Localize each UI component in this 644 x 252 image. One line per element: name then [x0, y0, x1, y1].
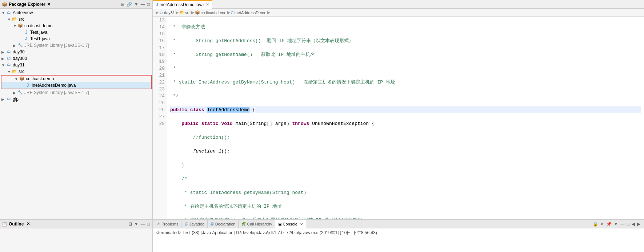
- arrow-ainterview: ▼: [1, 11, 6, 15]
- console-btn2[interactable]: ▶: [636, 221, 641, 227]
- tree-item-cn-itcast-demo2[interactable]: ▼ 📦 cn.itcast.demo: [1, 76, 151, 82]
- code-content[interactable]: * 非静态方法 * String getHostAddress() 返回 IP …: [167, 17, 644, 219]
- ln-27: 27: [153, 113, 167, 120]
- editor-tab-inetaddressdemo[interactable]: J InetAddressDemo.java ✕: [153, 0, 212, 9]
- tree-item-cn-itcast-demo1[interactable]: ▼ 📦 cn.itcast.demo: [0, 23, 152, 29]
- link-editor-btn[interactable]: 🔗: [126, 1, 133, 7]
- sidebar-close-icon[interactable]: ✕: [47, 2, 51, 7]
- label-day31: day31: [13, 62, 25, 68]
- tree-item-ainterview[interactable]: ▼ 🗂 Ainterview: [0, 9, 152, 16]
- icon-cn1: 📦: [17, 23, 23, 28]
- console-clear[interactable]: ✕: [600, 221, 605, 227]
- label-cn1: cn.itcast.demo: [24, 23, 52, 28]
- console-pin[interactable]: 📌: [605, 221, 612, 227]
- breadcrumb-icon-day31: 🗂: [159, 11, 163, 15]
- code-line-16: *: [170, 65, 641, 72]
- ln-28: 28: [153, 120, 167, 127]
- tab-problems[interactable]: ⚠ Problems: [154, 220, 181, 228]
- ide-container: 📦 Package Explorer ✕ ⊟ 🔗 ▼ — □ ▼ 🗂: [0, 0, 644, 252]
- console-max[interactable]: □: [626, 221, 630, 227]
- ln-16: 16: [153, 37, 167, 44]
- icon-src1: 📂: [12, 17, 17, 22]
- tree-item-src1[interactable]: ▼ 📂 src: [0, 16, 152, 23]
- code-line-21: //function();: [170, 134, 641, 141]
- outline-min-btn[interactable]: —: [140, 221, 146, 227]
- breadcrumb-pkg[interactable]: cn.itcast.demo: [201, 11, 227, 15]
- icon-day30: 🗂: [6, 49, 12, 54]
- console-close[interactable]: ✕: [300, 222, 303, 226]
- outline-collapse-btn[interactable]: ⊟: [128, 221, 133, 227]
- console-icon: ▣: [278, 222, 281, 226]
- ln-23: 23: [153, 86, 167, 93]
- breadcrumb-day31[interactable]: day31: [164, 11, 175, 15]
- outline-icon: 📋: [2, 221, 7, 227]
- tree-item-day30[interactable]: ▶ 🗂 day30: [0, 49, 152, 55]
- console-btn1[interactable]: ◀: [631, 221, 636, 227]
- tree-item-test1[interactable]: J Test.java: [0, 29, 152, 36]
- line-numbers: 13 14 15 16 17 18 19 20 21 22 23 24 25 2…: [153, 17, 167, 219]
- tree-item-jre1[interactable]: ▶ 🔧 JRE System Library [JavaSE-1.7]: [0, 42, 152, 49]
- breadcrumb-class[interactable]: InetAddressDemo: [235, 11, 267, 15]
- tree-item-day300[interactable]: ▶ 🗂 day300: [0, 55, 152, 62]
- console-min[interactable]: —: [620, 221, 625, 227]
- console-content: <terminated> Test (38) [Java Application…: [153, 228, 644, 252]
- tree-item-jre2[interactable]: ▶ 🔧 JRE System Library [JavaSE-1.7]: [0, 89, 152, 96]
- sidebar-header-left: 📦 Package Explorer ✕: [2, 2, 51, 7]
- call-hierarchy-label: Call Hierarchy: [247, 222, 272, 226]
- arrow-day30: ▶: [1, 50, 6, 54]
- code-line-14: * String getHostAddress() 返回 IP 地址字符串（以文…: [170, 37, 641, 44]
- sidebar-header: 📦 Package Explorer ✕ ⊟ 🔗 ▼ — □: [0, 0, 152, 9]
- tab-label: InetAddressDemo.java: [160, 2, 204, 7]
- tab-close-btn[interactable]: ✕: [206, 2, 209, 7]
- minimize-btn[interactable]: —: [140, 1, 146, 7]
- menu-btn[interactable]: ▼: [133, 1, 139, 7]
- ln-20: 20: [153, 65, 167, 72]
- package-explorer-icon: 📦: [2, 2, 7, 7]
- tab-declaration[interactable]: @ Declaration: [208, 220, 239, 228]
- bottom-right: ⚠ Problems @ Javadoc @ Declaration 🌿 Cal…: [153, 220, 644, 252]
- console-scroll-lock[interactable]: 🔒: [592, 221, 599, 227]
- label-src1: src: [19, 17, 24, 22]
- icon-gip: 🗂: [6, 97, 12, 102]
- arrow-day300: ▶: [1, 57, 6, 61]
- main-area: 📦 Package Explorer ✕ ⊟ 🔗 ▼ — □ ▼ 🗂: [0, 0, 644, 219]
- breadcrumb-sep1: ▶: [176, 10, 179, 15]
- tab-call-hierarchy[interactable]: 🌿 Call Hierarchy: [239, 220, 275, 228]
- console-menu[interactable]: ▼: [613, 221, 619, 227]
- code-line-20: public static void main(String[] args) t…: [170, 120, 641, 127]
- collapse-all-btn[interactable]: ⊟: [120, 1, 125, 7]
- code-line-25: * static InetAddress getByName(String ho…: [170, 189, 641, 196]
- outline-menu-btn[interactable]: ▼: [133, 221, 139, 227]
- tree-item-test1b[interactable]: J Test1.java: [0, 36, 152, 42]
- sidebar-title: Package Explorer: [9, 2, 45, 7]
- tree-item-src2[interactable]: ▼ 📂 src: [0, 68, 152, 75]
- breadcrumb-src[interactable]: src: [185, 11, 191, 15]
- tree-item-inetaddr[interactable]: J InetAddressDemo.java: [1, 82, 151, 89]
- arrow-day31: ▼: [1, 63, 6, 67]
- code-line-13: * 非静态方法: [170, 24, 641, 31]
- ln-13: 13: [153, 17, 167, 24]
- icon-cn2: 📦: [19, 76, 25, 81]
- arrow-src2: ▼: [7, 70, 12, 74]
- console-text: <terminated> Test (38) [Java Application…: [156, 230, 377, 235]
- label-test1b: Test1.java: [30, 36, 50, 41]
- code-line-15: * String getHostName() 获取此 IP 地址的主机名: [170, 51, 641, 58]
- maximize-btn[interactable]: □: [147, 1, 151, 7]
- tab-javadoc[interactable]: @ Javadoc: [181, 220, 207, 228]
- label-jre2: JRE System Library [JavaSE-1.7]: [24, 90, 89, 95]
- outline-close[interactable]: ✕: [27, 221, 30, 226]
- code-line-18: */: [170, 93, 641, 99]
- ln-21: 21: [153, 72, 167, 79]
- outline-max-btn[interactable]: □: [147, 221, 151, 227]
- code-line-26: * 在给定主机名的情况下确定主机的 IP 地址: [170, 203, 641, 210]
- sidebar: 📦 Package Explorer ✕ ⊟ 🔗 ▼ — □ ▼ 🗂: [0, 0, 153, 219]
- breadcrumb-arrow: ▶: [156, 10, 159, 15]
- tree-item-gip[interactable]: ▶ 🗂 gip: [0, 96, 152, 102]
- icon-ainterview: 🗂: [6, 10, 12, 15]
- sidebar-header-icons: ⊟ 🔗 ▼ — □: [120, 1, 151, 7]
- arrow-jre2: ▶: [13, 91, 17, 95]
- ln-15: 15: [153, 31, 167, 37]
- icon-src2: 📂: [12, 69, 17, 74]
- tab-console[interactable]: ▣ Console ✕: [275, 220, 306, 228]
- tree-item-day31[interactable]: ▼ 🗂 day31: [0, 62, 152, 68]
